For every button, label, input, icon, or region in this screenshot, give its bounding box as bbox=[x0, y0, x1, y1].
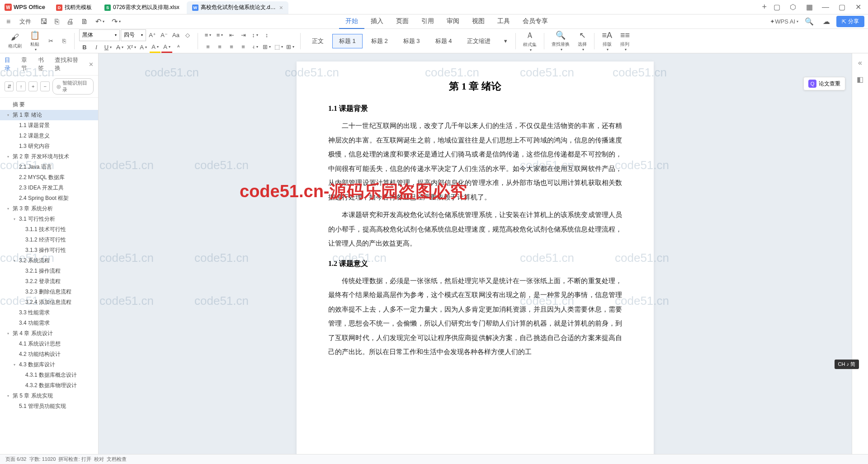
smart-toc-button[interactable]: ◎ 智能识别目录 bbox=[52, 78, 94, 95]
ribbon-tab[interactable]: 审阅 bbox=[440, 14, 466, 29]
close-button[interactable]: ✕ bbox=[852, 1, 864, 14]
numbering-icon[interactable]: ≡▾ bbox=[214, 30, 225, 41]
ribbon-tab[interactable]: 会员专享 bbox=[516, 14, 554, 29]
heading-style-button[interactable]: 标题 1 bbox=[332, 34, 363, 48]
outline-item[interactable]: 4.3 数据库设计 bbox=[0, 360, 98, 370]
ribbon-tab[interactable]: 工具 bbox=[491, 14, 516, 29]
ime-indicator[interactable]: CH ♪ 简 bbox=[835, 360, 859, 369]
cloud-icon[interactable]: ☁ bbox=[820, 15, 833, 28]
outline-item[interactable]: 5.1 管理员功能实现 bbox=[0, 401, 98, 412]
document-area[interactable]: 第 1 章 绪论 1.1 课题背景 二十一世纪互联网的出现，改变了几千年以来人们… bbox=[99, 53, 852, 454]
outline-item[interactable]: 4.3.2 数据库物理设计 bbox=[0, 380, 98, 391]
bullets-icon[interactable]: ≡▾ bbox=[203, 30, 213, 41]
text-effects-icon[interactable]: A▾ bbox=[138, 42, 149, 53]
status-page[interactable]: 页面 6/32 bbox=[5, 456, 26, 463]
clear-format-icon[interactable]: ◇ bbox=[182, 30, 193, 41]
line-spacing-icon[interactable]: ↕▾ bbox=[250, 30, 260, 41]
save-icon[interactable]: 🖫 bbox=[38, 16, 50, 28]
font-color-icon[interactable]: A▾ bbox=[161, 42, 172, 53]
format-painter-button[interactable]: 🖌格式刷 bbox=[5, 32, 24, 50]
status-doccheck[interactable]: 文档检查 bbox=[107, 456, 127, 463]
strikethrough-icon[interactable]: A̶▾ bbox=[114, 42, 125, 53]
outline-item[interactable]: 3.2 系统流程 bbox=[0, 256, 98, 266]
bold-icon[interactable]: B bbox=[79, 42, 90, 53]
highlight-icon[interactable]: A▾ bbox=[150, 42, 160, 53]
sidebar-tab-find[interactable]: 查找和替换 bbox=[55, 56, 83, 72]
decrease-font-icon[interactable]: A⁻ bbox=[159, 30, 170, 41]
select-button[interactable]: ↖选择▾ bbox=[575, 29, 590, 52]
style-set-button[interactable]: Ａ样式集▾ bbox=[520, 29, 539, 53]
outline-item[interactable]: 3.2.4 添加信息流程 bbox=[0, 297, 98, 308]
outline-item[interactable]: 第 2 章 开发环境与技术 bbox=[0, 152, 98, 162]
align-left-icon[interactable]: ≡ bbox=[203, 42, 213, 52]
ribbon-tab[interactable]: 引用 bbox=[415, 14, 440, 29]
sidebar-tab-bookmarks[interactable]: 书签 bbox=[38, 56, 49, 72]
more-styles-icon[interactable]: ▾ bbox=[500, 36, 511, 47]
file-menu[interactable]: 文件 bbox=[15, 16, 36, 28]
outline-item[interactable]: 4.2 功能结构设计 bbox=[0, 349, 98, 360]
export-icon[interactable]: ⎘ bbox=[52, 16, 62, 28]
font-size-select[interactable]: 四号▾ bbox=[121, 29, 146, 41]
borders-icon[interactable]: ⊞▾ bbox=[285, 42, 296, 52]
ribbon-tab[interactable]: 插入 bbox=[364, 14, 390, 29]
outline-item[interactable]: 第 5 章 系统实现 bbox=[0, 391, 98, 401]
superscript-icon[interactable]: X²▾ bbox=[126, 42, 137, 53]
sort-icon[interactable]: ↕ bbox=[261, 30, 272, 41]
distribute-icon[interactable]: ⫞▾ bbox=[250, 42, 260, 52]
layout-button[interactable]: ≡A排版▾ bbox=[599, 30, 615, 52]
outline-remove-button[interactable]: − bbox=[40, 81, 49, 91]
increase-font-icon[interactable]: A⁺ bbox=[147, 30, 158, 41]
layout-icon[interactable]: ▢ bbox=[770, 1, 783, 14]
search-icon[interactable]: 🔍 bbox=[802, 15, 816, 28]
ribbon-tab[interactable]: 开始 bbox=[339, 14, 364, 29]
paste-button[interactable]: 📋粘贴▾ bbox=[27, 29, 42, 52]
outline-item[interactable]: 2.2 MYSQL 数据库 bbox=[0, 172, 98, 183]
sidebar-tab-toc[interactable]: 目录 bbox=[5, 56, 16, 72]
hamburger-icon[interactable]: ≡ bbox=[4, 16, 13, 28]
italic-icon[interactable]: I bbox=[91, 42, 102, 53]
new-tab-button[interactable]: + bbox=[758, 2, 770, 12]
outline-item[interactable]: 3.2.2 登录流程 bbox=[0, 276, 98, 287]
document-tab[interactable]: W高校危化试剂仓储系统论文.d…× bbox=[187, 1, 288, 14]
outline-item[interactable]: 1.2 课题意义 bbox=[0, 131, 98, 141]
outline-item[interactable]: 第 4 章 系统设计 bbox=[0, 328, 98, 339]
document-tab[interactable]: D找稻壳模板 bbox=[51, 1, 97, 14]
maximize-button[interactable]: ▢ bbox=[835, 1, 848, 14]
outline-item[interactable]: 第 1 章 绪论 bbox=[0, 110, 98, 120]
print-icon[interactable]: 🖨 bbox=[64, 16, 76, 28]
outline-item[interactable]: 2.4 Spring Boot 框架 bbox=[0, 193, 98, 204]
share-button[interactable]: ⇱ 分享 bbox=[836, 16, 864, 27]
package-icon[interactable]: ⬡ bbox=[787, 1, 799, 14]
redo-button[interactable]: ↷▾ bbox=[109, 15, 123, 28]
outline-item[interactable]: 2.3 IDEA 开发工具 bbox=[0, 183, 98, 193]
underline-icon[interactable]: U▾ bbox=[103, 42, 113, 53]
status-spell[interactable]: 拼写检查: 打开 bbox=[58, 456, 91, 463]
print-preview-icon[interactable]: 🗎 bbox=[78, 16, 91, 28]
ribbon-tab[interactable]: 视图 bbox=[466, 14, 491, 29]
outline-item[interactable]: 摘 要 bbox=[0, 99, 98, 110]
outline-item[interactable]: 3.3 性能需求 bbox=[0, 308, 98, 318]
align-right-icon[interactable]: ≡ bbox=[226, 42, 237, 52]
minimize-button[interactable]: — bbox=[819, 1, 832, 14]
change-case-icon[interactable]: Aa bbox=[170, 30, 181, 41]
outline-item[interactable]: 4.1 系统设计思想 bbox=[0, 339, 98, 349]
heading-style-button[interactable]: 标题 3 bbox=[396, 34, 427, 48]
outline-item[interactable]: 2.1 Java 语言 bbox=[0, 162, 98, 172]
apps-icon[interactable]: ▦ bbox=[803, 1, 816, 14]
outline-collapse-button[interactable]: ⇵ bbox=[5, 81, 14, 91]
decrease-indent-icon[interactable]: ⇤ bbox=[226, 30, 237, 41]
undo-button[interactable]: ↶▾ bbox=[93, 15, 107, 28]
sidebar-close-icon[interactable]: ✕ bbox=[89, 61, 94, 68]
document-tab[interactable]: S0726需求文档以及排期.xlsx bbox=[99, 1, 185, 14]
shading-icon[interactable]: ⬚▾ bbox=[273, 42, 284, 52]
sidebar-tab-chapters[interactable]: 章节 bbox=[21, 56, 33, 72]
find-replace-button[interactable]: 🔍查找替换▾ bbox=[549, 29, 572, 52]
rail-tool-icon[interactable]: ◧ bbox=[854, 73, 866, 85]
outline-item[interactable]: 3.1.2 经济可行性 bbox=[0, 235, 98, 245]
outline-item[interactable]: 1.3 研究内容 bbox=[0, 141, 98, 152]
tabs-icon[interactable]: ⊞▾ bbox=[261, 42, 272, 52]
ribbon-tab[interactable]: 页面 bbox=[390, 14, 415, 29]
status-proof[interactable]: 校对 bbox=[94, 456, 104, 463]
align-center-icon[interactable]: ≡ bbox=[214, 42, 225, 52]
increase-indent-icon[interactable]: ⇥ bbox=[238, 30, 249, 41]
